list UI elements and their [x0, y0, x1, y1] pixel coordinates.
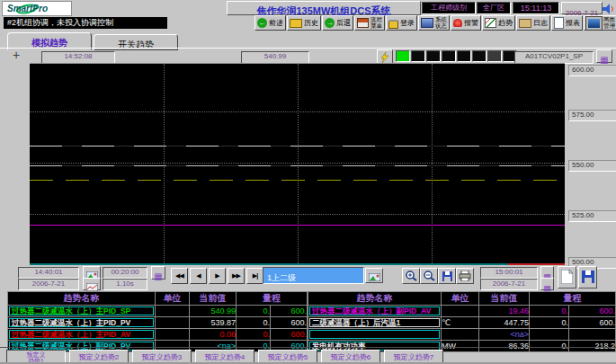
predefined-trend-tab-label: 预定义趋势2	[79, 352, 119, 362]
time-span-field: 00:20:00	[103, 267, 147, 279]
toolbar-button-log[interactable]: 日志	[516, 15, 550, 31]
smartpro-logo: SmartPro	[2, 1, 72, 16]
col-header-unit: 单位	[156, 292, 190, 306]
vcr-controls: ◀◀◀▶▶▶▶|	[171, 268, 265, 284]
end-date-calendar-button[interactable]: ▦	[540, 278, 554, 290]
range-min-cell: 0.	[530, 317, 569, 329]
unit-cell	[442, 329, 479, 341]
crosshair-cursor-icon[interactable]: +	[13, 48, 20, 62]
toolbar-button-forward[interactable]: ←前进	[254, 15, 286, 31]
toolbar-button-label: 历史	[304, 18, 318, 28]
save-config-button[interactable]	[578, 266, 597, 289]
dcs-window: SmartPro 焦作华润135MW机组DCS系统 工程师级别 全厂区 15:1…	[0, 0, 616, 364]
col-header-range: 量程	[530, 292, 616, 306]
trend-chart[interactable]	[30, 63, 565, 264]
toolbar-button-process-menu[interactable]: 流程菜单	[354, 15, 385, 31]
snapshot-button[interactable]	[83, 266, 101, 279]
new-trend-button[interactable]	[558, 266, 576, 289]
trend-line-4	[30, 225, 565, 226]
access-level-box: 工程师级别	[422, 2, 476, 14]
predefined-trend-tab-label: 预定义趋势4	[205, 352, 245, 362]
unit-cell	[156, 329, 190, 341]
trend-table-row: 过热器二级减温水（上）主PID_SP540.990.600.	[8, 306, 308, 317]
start-calendar-button[interactable]: ▦	[151, 266, 165, 280]
fast-forward-button[interactable]: ▶▶	[228, 268, 245, 284]
picture-icon	[369, 273, 380, 281]
group-picture-button[interactable]	[365, 268, 383, 283]
mini-chart-icon	[86, 283, 98, 291]
range-min-cell: 0.	[237, 317, 271, 329]
save-trend-button[interactable]	[438, 268, 456, 284]
trend-group-select[interactable]: 1上二级	[263, 267, 364, 284]
pen-color-5[interactable]	[457, 50, 471, 62]
col-header-value: 当前值	[479, 292, 530, 306]
time-axis-line	[30, 263, 508, 265]
logo-text: SmartPro	[7, 4, 48, 13]
toolbar-button-screen-manage[interactable]: 画面管理	[584, 15, 616, 31]
toolbar-button-back[interactable]: →后退	[322, 15, 353, 31]
bottom-divider	[0, 347, 616, 348]
pen-color-7[interactable]	[487, 50, 502, 62]
trend-curve-icon	[485, 18, 496, 28]
col-header-unit: 单位	[442, 292, 479, 306]
range-max-cell: 600.	[271, 306, 308, 317]
toolbar-button-history[interactable]: 历史	[287, 15, 321, 31]
pen-color-6[interactable]	[472, 50, 487, 62]
pen-select-button[interactable]	[377, 49, 393, 64]
calendar-icon: ▦	[154, 271, 162, 281]
toolbar-button-label: 报表	[566, 18, 580, 28]
start-date-field: 2006-7-21	[18, 279, 79, 290]
current-value-cell: 447.75	[479, 317, 530, 329]
pen-color-3[interactable]	[426, 50, 441, 62]
print-trend-button[interactable]	[456, 268, 474, 284]
zoom-out-button[interactable]	[420, 268, 438, 284]
trend-name-cell[interactable]: 过热器二级减温水（上）副PID_AV	[308, 306, 442, 317]
go-to-end-button[interactable]: ▶|	[246, 268, 263, 284]
cursor-value-field: 540.99	[241, 51, 309, 64]
current-value-cell: 539.87	[190, 317, 237, 329]
toolbar-button-label: 趋势	[498, 18, 513, 28]
pen-color-4[interactable]	[442, 50, 456, 62]
trend-name-cell[interactable]	[308, 329, 442, 341]
trend-config-button[interactable]: ▦	[596, 49, 612, 63]
y-axis-label: 550.00	[568, 160, 616, 172]
toolbar-button-system-status[interactable]: 系统状态	[418, 15, 450, 31]
end-time-calendar-button[interactable]: ▦	[540, 266, 554, 279]
start-time-field: 14:40:01	[18, 267, 79, 279]
zoom-in-icon	[405, 270, 417, 281]
monitor-icon	[586, 17, 602, 30]
gridline	[164, 64, 165, 263]
toolbar-button-label: 流程菜单	[370, 17, 382, 29]
toolbar-button-alarm[interactable]: 报警	[451, 15, 481, 31]
trend-name-cell[interactable]: 过热器二级减温水（上）主PID_PV	[8, 317, 156, 329]
curve-style-button[interactable]	[83, 278, 101, 290]
toolbar-button-trend[interactable]: 趋势	[482, 15, 515, 31]
trend-name-cell[interactable]: 过热器二级减温水（上）主PID_AV	[8, 329, 156, 341]
toolbar-button-label: 日志	[533, 18, 548, 28]
unit-cell	[156, 317, 190, 329]
trend-table-row: 二级减温器（上）后汽温1℃447.750.600.	[308, 317, 616, 329]
range-max-cell: 600.	[271, 329, 308, 341]
toolbar-button-login[interactable]: 登录	[386, 15, 417, 31]
pen-color-2[interactable]	[411, 50, 425, 62]
gridline	[298, 64, 299, 263]
cursor-time-field: 14:52:08	[41, 51, 115, 64]
range-min-cell	[530, 329, 569, 341]
toolbar-button-report[interactable]: 报表	[551, 15, 583, 31]
clock-date: 2006-7-21	[561, 2, 603, 14]
zoom-in-button[interactable]	[402, 268, 420, 284]
clock-time: 15:11:13	[513, 2, 559, 14]
step-back-button[interactable]: ◀	[190, 268, 207, 284]
toolbar-button-label: 登录	[400, 18, 415, 28]
trend-name-cell[interactable]: 二级减温器（上）后汽温1	[308, 317, 442, 329]
range-min-cell: 0.	[237, 306, 271, 317]
trend-name-cell[interactable]: 过热器二级减温水（上）主PID_SP	[8, 306, 156, 317]
green-right-arrow-icon: →	[325, 18, 335, 28]
pen-color-strip	[396, 50, 518, 62]
pen-color-1[interactable]	[396, 50, 410, 62]
step-forward-button[interactable]: ▶	[209, 268, 226, 284]
rewind-button[interactable]: ◀◀	[171, 268, 188, 284]
trend-table-row: 过热器二级减温水（上）副PID_AV19.460.600.	[308, 306, 616, 317]
printer-icon	[459, 271, 471, 281]
sample-interval-field: 1.10s	[103, 279, 147, 290]
